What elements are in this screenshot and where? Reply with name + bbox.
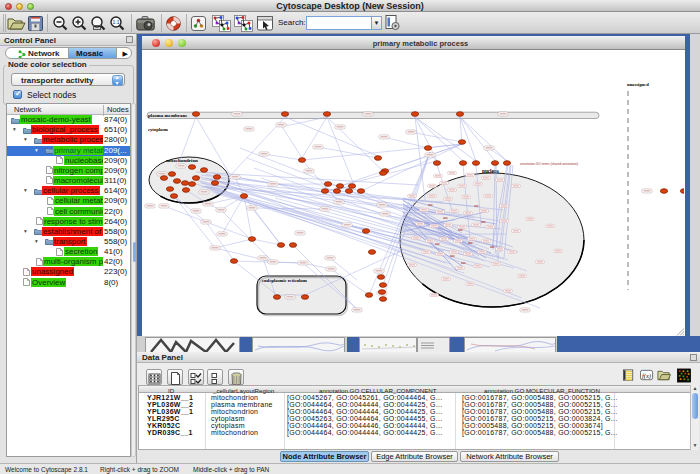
svg-text:mitochondrion: mitochondrion <box>166 158 198 163</box>
svg-text:f(x): f(x) <box>642 372 651 380</box>
svg-text:cytoplasm: cytoplasm <box>148 127 168 132</box>
svg-text:endoplasmic reticulum: endoplasmic reticulum <box>262 278 307 283</box>
svg-text:1:1: 1:1 <box>113 19 120 25</box>
svg-text:plasma membrane: plasma membrane <box>148 113 188 118</box>
svg-text:unassigned: unassigned <box>627 82 649 87</box>
svg-text:annotation.GO terms (shared an: annotation.GO terms (shared annotation) <box>520 162 578 166</box>
